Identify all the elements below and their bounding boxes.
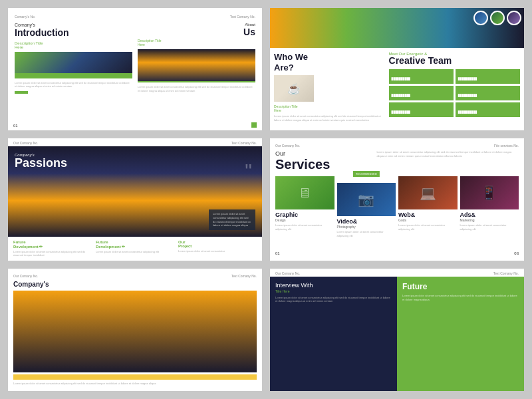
slide6-top-right: Text Comany No. [493, 271, 519, 275]
slide5-bottom-text: Lorem ipsum dolor sit amet consectetur a… [13, 382, 257, 386]
future-panel: Future Lorem ipsum dolor sit amet consec… [397, 277, 524, 391]
team-item-2: ██████████ [456, 69, 520, 84]
future-title-2: FutureDevelopment ✏ [96, 240, 174, 249]
web-label: Web& [398, 211, 458, 218]
ads-label: Ads& [460, 211, 519, 218]
slide1-top-left: Comany's No. [15, 15, 35, 19]
future-label: Future [402, 282, 519, 291]
our-project-text: Lorem ipsum dolor sit amet consectetur [178, 249, 257, 253]
video-body: Lorem ipsum dolor sit amet consectetur a… [337, 230, 396, 237]
slide1-body-left: Lorem ipsum dolor sit amet consectetur a… [15, 81, 132, 88]
video-icon: 📷 [337, 183, 396, 216]
team-grid: ██████████ ██████████ ██████████ ███████… [389, 69, 520, 117]
slide-who-we-are: Who WeAre? Description TitleHere Lorem i… [270, 8, 524, 130]
service-card-graphic: 🖥 Graphic Design Lorem ipsum dolor sit a… [275, 176, 334, 249]
interview-panel: Interview With Title Here Lorem ipsum do… [270, 277, 397, 391]
team-item-1: ██████████ [389, 69, 454, 84]
our-project-title: OurProject [178, 240, 257, 248]
page-number-right [251, 122, 257, 128]
web-body: Lorem ipsum dolor sit amet consectetur a… [398, 223, 458, 231]
services-big-title: Services [275, 157, 370, 172]
team-item-6: ██████████ [456, 102, 520, 117]
team-item-4-label: ██████████ [458, 94, 477, 97]
future-title-1: FutureDevelopment ✏ [13, 240, 92, 249]
slide6-top-left: Our Comany No. [275, 271, 301, 275]
team-item-4: ██████████ [456, 86, 520, 100]
slide1-body-right: Lorem ipsum dolor sit amet consectetur a… [138, 85, 255, 92]
team-item-5: ██████████ [389, 102, 454, 117]
our-label: Our [275, 150, 370, 157]
ads-image: 📱 [460, 176, 519, 209]
team-title: Creative Team [389, 56, 520, 66]
company-label: Comany's [15, 23, 132, 27]
slide-passions: Our Comany No. Text Comany No. Company's… [8, 138, 262, 261]
quote-mark-icon: " [245, 160, 252, 182]
slide5-top-left: Our Comany No. [13, 274, 39, 278]
who-title: Who WeAre? [274, 52, 384, 72]
services-description: Lorem ipsum dolor sit amet consectetur a… [376, 150, 519, 172]
future-text-2: Lorem ipsum dolor sit amet consectetur a… [96, 250, 174, 254]
slide4-top-right: File services No. [494, 144, 519, 148]
city-image [138, 49, 255, 82]
slide5-top-right: Text Comany No. [231, 274, 257, 278]
recommended-badge: RECOMMENDED [353, 171, 380, 177]
page-num-right: 03 [514, 251, 519, 255]
slide-company-bottom: Our Comany No. Text Comany No. Company's… [8, 269, 262, 391]
web-sublabel: Gods [398, 218, 458, 222]
slide5-company-name: Company's [13, 281, 257, 288]
team-item-6-label: ██████████ [458, 110, 477, 114]
green-square-right [251, 122, 257, 128]
graphic-body: Lorem ipsum dolor sit amet consectetur a… [275, 223, 334, 231]
about-big: Us [138, 27, 255, 37]
video-label: Video& [337, 218, 396, 225]
slide-services: Our Comany No. File services No. Our Ser… [270, 138, 524, 261]
desc-label: Description TitleHere [15, 41, 132, 49]
slide5-main-image [13, 291, 257, 372]
service-card-ads: 📱 Ads& Marketing Lorem ipsum dolor sit a… [460, 176, 519, 249]
services-grid: 🖥 Graphic Design Lorem ipsum dolor sit a… [275, 176, 519, 249]
service-card-video: RECOMMENDED 📷 Video& Photography Lorem i… [337, 176, 396, 249]
slide3-top-right: Text Comany No. [231, 141, 257, 145]
passions-main-image: Company's Passions " Lorem ipsum dolor s… [8, 146, 262, 237]
slide3-top-left: Our Comany No. [13, 141, 39, 145]
team-item-3-label: ██████████ [392, 94, 410, 97]
web-image: 💻 [398, 176, 458, 209]
team-item-2-label: ██████████ [458, 77, 477, 80]
building-image [15, 52, 132, 78]
hero-image [270, 8, 524, 48]
slide-interview-future: Our Comany No. Text Comany No. Interview… [270, 269, 524, 391]
graphic-sublabel: Design [275, 218, 334, 222]
interview-label: Interview With [275, 282, 392, 289]
team-item-5-label: ██████████ [392, 110, 410, 114]
future-body: Lorem ipsum dolor sit amet consectetur a… [402, 294, 519, 301]
who-body: Lorem ipsum dolor sit amet consectetur a… [274, 114, 384, 122]
graphic-image: 🖥 [275, 176, 334, 209]
video-image: 📷 [337, 183, 396, 216]
future-text-1: Lorem ipsum dolor sit amet consectetur a… [13, 250, 92, 257]
green-accent-left [15, 91, 28, 94]
coffee-image [274, 75, 314, 102]
services-page-numbers: 01 03 [275, 251, 519, 255]
ads-sublabel: Marketing [460, 218, 519, 222]
team-item-3: ██████████ [389, 86, 454, 100]
dark-quote-box: Lorem ipsum dolor sit amet consectetur a… [209, 209, 255, 229]
web-icon: 💻 [398, 176, 458, 209]
slide1-top-right: Text Comany No. [230, 15, 255, 19]
who-desc-label: Description TitleHere [274, 104, 384, 112]
creative-team-right: Meet Our Energetic & Creative Team █████… [389, 52, 520, 126]
page-num-left: 01 [275, 251, 280, 255]
slide4-top-left: Our Comany No. [275, 144, 301, 148]
desc-label-right: Description TitleHere [138, 39, 255, 47]
passion-overlay: Company's Passions [15, 153, 67, 170]
circle-img-3 [507, 11, 521, 25]
graphic-icon: 🖥 [275, 176, 334, 209]
yellow-accent-bar [13, 374, 257, 380]
passion-title: Passions [15, 157, 67, 170]
circle-img-2 [490, 11, 505, 25]
services-title-block: Our Services [275, 150, 370, 172]
circle-images [473, 11, 521, 25]
future-dev-2: FutureDevelopment ✏ Lorem ipsum dolor si… [96, 240, 174, 257]
intro-title: Introduction [15, 27, 132, 39]
circle-img-1 [473, 11, 488, 25]
our-project: OurProject Lorem ipsum dolor sit amet co… [178, 240, 257, 257]
